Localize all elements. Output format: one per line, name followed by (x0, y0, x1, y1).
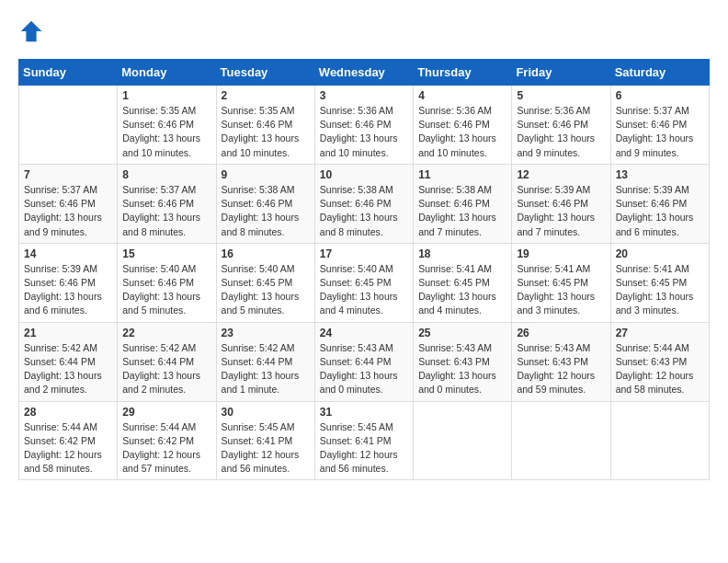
daylight-text: Daylight: 13 hours and 10 minutes. (222, 132, 300, 157)
sunset-text: Sunset: 6:43 PM (616, 356, 688, 367)
cell-content: Sunrise: 5:40 AM Sunset: 6:45 PM Dayligh… (222, 262, 310, 318)
cell-content: Sunrise: 5:44 AM Sunset: 6:42 PM Dayligh… (24, 420, 112, 477)
cell-content: Sunrise: 5:43 AM Sunset: 6:43 PM Dayligh… (418, 341, 506, 397)
calendar-cell: 4 Sunrise: 5:36 AM Sunset: 6:46 PM Dayli… (414, 86, 512, 165)
calendar-cell: 24 Sunrise: 5:43 AM Sunset: 6:44 PM Dayl… (314, 322, 413, 401)
cell-content: Sunrise: 5:36 AM Sunset: 6:46 PM Dayligh… (517, 104, 605, 160)
sunrise-text: Sunrise: 5:40 AM (320, 263, 393, 274)
cell-content: Sunrise: 5:36 AM Sunset: 6:46 PM Dayligh… (418, 104, 506, 160)
day-number: 24 (320, 327, 408, 339)
sunset-text: Sunset: 6:46 PM (122, 277, 194, 288)
calendar-cell: 28 Sunrise: 5:44 AM Sunset: 6:42 PM Dayl… (19, 401, 118, 480)
sunset-text: Sunset: 6:45 PM (616, 277, 688, 288)
daylight-text: Daylight: 13 hours and 10 minutes. (122, 132, 200, 157)
sunset-text: Sunset: 6:42 PM (122, 435, 194, 446)
calendar-week-3: 14 Sunrise: 5:39 AM Sunset: 6:46 PM Dayl… (19, 243, 710, 322)
day-number: 8 (122, 168, 210, 181)
day-number: 18 (418, 247, 506, 260)
cell-content: Sunrise: 5:41 AM Sunset: 6:45 PM Dayligh… (616, 262, 704, 318)
sunset-text: Sunset: 6:46 PM (418, 198, 490, 209)
calendar-cell: 17 Sunrise: 5:40 AM Sunset: 6:45 PM Dayl… (314, 243, 413, 322)
sunset-text: Sunset: 6:45 PM (320, 277, 392, 288)
daylight-text: Daylight: 13 hours and 9 minutes. (24, 212, 102, 236)
calendar-table: SundayMondayTuesdayWednesdayThursdayFrid… (18, 59, 710, 480)
day-number: 26 (517, 327, 605, 339)
sunrise-text: Sunrise: 5:42 AM (122, 342, 196, 353)
calendar-cell: 22 Sunrise: 5:42 AM Sunset: 6:44 PM Dayl… (118, 322, 216, 401)
calendar-week-5: 28 Sunrise: 5:44 AM Sunset: 6:42 PM Dayl… (19, 401, 710, 480)
sunrise-text: Sunrise: 5:42 AM (222, 342, 295, 353)
sunset-text: Sunset: 6:46 PM (616, 119, 688, 130)
daylight-text: Daylight: 12 hours and 56 minutes. (320, 449, 398, 474)
weekday-header-sunday: Sunday (19, 60, 118, 86)
day-number: 22 (122, 327, 210, 339)
daylight-text: Daylight: 13 hours and 4 minutes. (320, 291, 398, 316)
calendar-week-2: 7 Sunrise: 5:37 AM Sunset: 6:46 PM Dayli… (19, 164, 710, 243)
daylight-text: Daylight: 13 hours and 10 minutes. (418, 132, 496, 157)
sunset-text: Sunset: 6:41 PM (320, 435, 392, 446)
daylight-text: Daylight: 13 hours and 6 minutes. (616, 212, 694, 236)
day-number: 1 (122, 89, 210, 102)
day-number: 25 (418, 327, 506, 339)
sunset-text: Sunset: 6:46 PM (517, 198, 588, 209)
daylight-text: Daylight: 13 hours and 3 minutes. (517, 291, 595, 316)
sunset-text: Sunset: 6:46 PM (122, 198, 194, 209)
day-number: 28 (24, 406, 112, 419)
sunrise-text: Sunrise: 5:39 AM (24, 263, 97, 274)
day-number: 30 (222, 406, 310, 419)
day-number: 16 (222, 247, 310, 260)
cell-content: Sunrise: 5:43 AM Sunset: 6:44 PM Dayligh… (320, 341, 408, 397)
day-number: 12 (517, 168, 605, 181)
daylight-text: Daylight: 13 hours and 4 minutes. (418, 291, 496, 316)
sunset-text: Sunset: 6:46 PM (418, 119, 490, 130)
sunset-text: Sunset: 6:44 PM (24, 356, 96, 367)
day-number: 20 (616, 247, 704, 260)
cell-content: Sunrise: 5:37 AM Sunset: 6:46 PM Dayligh… (24, 183, 112, 239)
day-number: 27 (616, 327, 704, 339)
logo-icon (18, 18, 44, 44)
cell-content: Sunrise: 5:40 AM Sunset: 6:45 PM Dayligh… (320, 262, 408, 318)
cell-content: Sunrise: 5:40 AM Sunset: 6:46 PM Dayligh… (122, 262, 210, 318)
sunrise-text: Sunrise: 5:43 AM (418, 342, 492, 353)
calendar-cell: 16 Sunrise: 5:40 AM Sunset: 6:45 PM Dayl… (216, 243, 314, 322)
cell-content: Sunrise: 5:37 AM Sunset: 6:46 PM Dayligh… (122, 183, 210, 239)
calendar-cell: 19 Sunrise: 5:41 AM Sunset: 6:45 PM Dayl… (512, 243, 610, 322)
daylight-text: Daylight: 13 hours and 9 minutes. (517, 132, 595, 157)
daylight-text: Daylight: 13 hours and 7 minutes. (517, 212, 595, 236)
daylight-text: Daylight: 13 hours and 0 minutes. (418, 370, 496, 395)
daylight-text: Daylight: 13 hours and 7 minutes. (418, 212, 496, 236)
sunrise-text: Sunrise: 5:42 AM (24, 342, 97, 353)
day-number: 14 (24, 247, 112, 260)
sunrise-text: Sunrise: 5:38 AM (418, 184, 492, 195)
sunrise-text: Sunrise: 5:37 AM (616, 105, 689, 116)
cell-content: Sunrise: 5:42 AM Sunset: 6:44 PM Dayligh… (24, 341, 112, 397)
sunrise-text: Sunrise: 5:41 AM (517, 263, 590, 274)
day-number: 29 (122, 406, 210, 419)
cell-content: Sunrise: 5:44 AM Sunset: 6:43 PM Dayligh… (616, 341, 704, 397)
sunrise-text: Sunrise: 5:35 AM (122, 105, 196, 116)
daylight-text: Daylight: 13 hours and 5 minutes. (122, 291, 200, 316)
daylight-text: Daylight: 13 hours and 3 minutes. (616, 291, 694, 316)
daylight-text: Daylight: 13 hours and 0 minutes. (320, 370, 398, 395)
weekday-header-wednesday: Wednesday (314, 60, 413, 86)
cell-content: Sunrise: 5:35 AM Sunset: 6:46 PM Dayligh… (222, 104, 310, 160)
day-number: 23 (222, 327, 310, 339)
cell-content: Sunrise: 5:39 AM Sunset: 6:46 PM Dayligh… (24, 262, 112, 318)
daylight-text: Daylight: 12 hours and 57 minutes. (122, 449, 200, 474)
calendar-cell: 18 Sunrise: 5:41 AM Sunset: 6:45 PM Dayl… (414, 243, 512, 322)
calendar-cell: 12 Sunrise: 5:39 AM Sunset: 6:46 PM Dayl… (512, 164, 610, 243)
calendar-cell (19, 86, 118, 165)
calendar-cell: 9 Sunrise: 5:38 AM Sunset: 6:46 PM Dayli… (216, 164, 314, 243)
calendar-cell: 26 Sunrise: 5:43 AM Sunset: 6:43 PM Dayl… (512, 322, 610, 401)
sunset-text: Sunset: 6:43 PM (418, 356, 490, 367)
calendar-cell: 11 Sunrise: 5:38 AM Sunset: 6:46 PM Dayl… (414, 164, 512, 243)
day-number: 7 (24, 168, 112, 181)
daylight-text: Daylight: 13 hours and 8 minutes. (222, 212, 300, 236)
daylight-text: Daylight: 12 hours and 58 minutes. (616, 370, 694, 395)
day-number: 21 (24, 327, 112, 339)
daylight-text: Daylight: 12 hours and 59 minutes. (517, 370, 595, 395)
daylight-text: Daylight: 13 hours and 1 minute. (222, 370, 300, 395)
daylight-text: Daylight: 13 hours and 8 minutes. (122, 212, 200, 236)
sunset-text: Sunset: 6:43 PM (517, 356, 588, 367)
cell-content: Sunrise: 5:35 AM Sunset: 6:46 PM Dayligh… (122, 104, 210, 160)
